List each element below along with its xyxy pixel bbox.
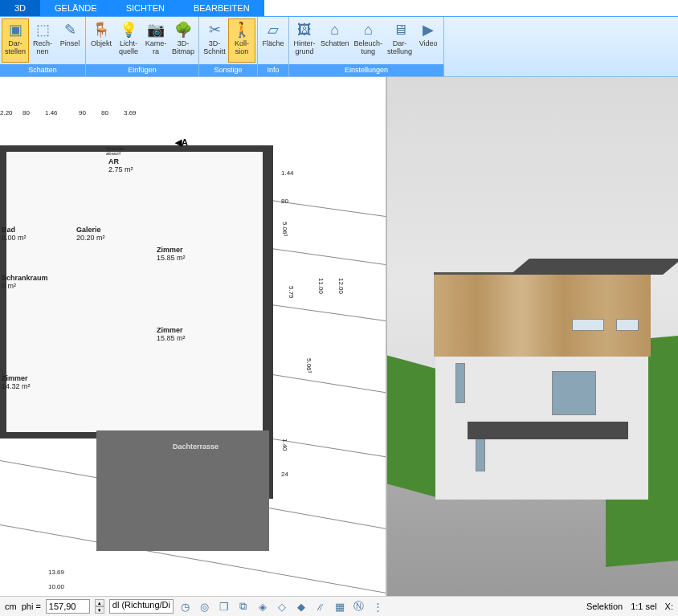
play-icon: ▶ — [419, 20, 438, 39]
brush-icon: ✎ — [60, 20, 80, 39]
group-label: Schatten — [0, 64, 85, 76]
screen-icon: 🖥 — [390, 20, 410, 39]
copy-icon[interactable]: ⧉ — [236, 599, 251, 614]
ribbon-group-einstellungen: 🖼Hinter- grund ⌂Schatten ⌂Beleuch- tung … — [289, 17, 444, 76]
dim-value: 10.00 — [48, 583, 64, 590]
direction-dropdown[interactable]: dl (Richtung/Di — [109, 599, 174, 614]
group-label: Einstellungen — [289, 64, 443, 76]
camera-icon: 📷 — [146, 20, 165, 39]
room-label: Bad8.00 m² — [2, 226, 27, 242]
ribbon-toolbar: ▣ Dar- stellen ⬚ Rech- nen ✎ Pinsel Scha… — [0, 17, 678, 77]
group-label: Info — [258, 64, 288, 76]
dim-value: 13.69 — [48, 569, 64, 576]
house-icon: ⌂ — [358, 20, 378, 39]
flaeche-button[interactable]: ▱Fläche — [259, 18, 287, 63]
room-label: AR2.75 m² — [108, 157, 133, 173]
dim-value: 12.00 — [337, 278, 345, 294]
parallel-icon[interactable]: ⫽ — [313, 599, 328, 614]
target-icon[interactable]: ◎ — [198, 599, 212, 614]
bulb-icon: 💡 — [119, 20, 138, 39]
dim-value: 1.46 — [45, 109, 79, 124]
dim-value: 2.20 — [0, 109, 22, 124]
room-label: Schrankraum0 m² — [2, 274, 48, 290]
snap1-icon[interactable]: ◈ — [255, 599, 270, 614]
section-marker: ◀A — [175, 137, 188, 148]
room-label: Zimmer14.32 m² — [2, 374, 31, 390]
group-label: Einfügen — [86, 64, 198, 76]
image-icon: 🖼 — [295, 20, 314, 39]
room-label: Wäsche- abwurf — [106, 146, 125, 156]
tree-icon: 🌳 — [174, 20, 193, 39]
kollision-button[interactable]: 🚶Koll- sion — [228, 18, 255, 63]
clock-icon[interactable]: ◷ — [178, 599, 193, 614]
dim-value: 11.00 — [317, 278, 325, 294]
room-label: Zimmer15.85 m² — [157, 326, 186, 342]
ribbon-group-einfuegen: 🪑Objekt 💡Licht- quelle 📷Kame- ra 🌳3D- Bi… — [86, 17, 199, 76]
dim-value: 80 — [281, 198, 288, 205]
north-icon[interactable]: Ⓝ — [352, 599, 366, 614]
ribbon-group-schatten: ▣ Dar- stellen ⬚ Rech- nen ✎ Pinsel Scha… — [0, 17, 86, 76]
dim-value: 24 — [281, 471, 288, 478]
dim-value: 3.69 — [124, 109, 305, 124]
cubes-icon: ⬚ — [33, 20, 52, 39]
phi-input[interactable] — [46, 599, 90, 614]
snap3-icon[interactable]: ◆ — [294, 599, 308, 614]
floorplan-viewport[interactable]: 2.20 80 1.46 90 80 3.69 1.44 80 5.06³ 5.… — [0, 77, 387, 596]
video-button[interactable]: ▶Video — [415, 18, 442, 63]
tab-sichten[interactable]: SICHTEN — [112, 0, 179, 16]
person-icon: 🚶 — [232, 20, 251, 39]
darstellung-button[interactable]: 🖥Dar- stellung — [385, 18, 415, 63]
dim-value: 1.40 — [281, 439, 288, 451]
rechnen-button[interactable]: ⬚ Rech- nen — [29, 18, 56, 63]
coord-label: X: — [665, 602, 673, 611]
chair-icon: 🪑 — [92, 20, 111, 39]
section-icon: ✂ — [205, 20, 224, 39]
schatten-settings-button[interactable]: ⌂Schatten — [318, 18, 352, 63]
objekt-button[interactable]: 🪑Objekt — [88, 18, 115, 63]
grid-icon[interactable]: ▦ — [333, 599, 347, 614]
kamera-button[interactable]: 📷Kame- ra — [142, 18, 170, 63]
pinsel-button[interactable]: ✎ Pinsel — [56, 18, 84, 63]
ribbon-group-info: ▱Fläche Info — [258, 17, 289, 76]
area-icon: ▱ — [263, 20, 283, 39]
dim-value: 5.75 — [288, 286, 295, 299]
room-label: Dachterrasse — [173, 443, 219, 451]
house-icon: ⌂ — [325, 20, 345, 39]
scale-label: 1:1 sel — [631, 602, 656, 611]
dim-value: 90 — [79, 109, 101, 124]
selection-label: Selektion — [586, 602, 623, 611]
phi-label: phi = — [22, 602, 41, 611]
tab-bearbeiten[interactable]: BEARBEITEN — [179, 0, 264, 16]
status-bar: cm phi = ▲▼ dl (Richtung/Di ◷ ◎ ❐ ⧉ ◈ ◇ … — [0, 596, 678, 616]
dim-value: 80 — [101, 109, 124, 124]
room-label: Galerie20.20 m² — [76, 226, 105, 242]
schnitt-button[interactable]: ✂3D- Schnitt — [201, 18, 228, 63]
darstellen-button[interactable]: ▣ Dar- stellen — [2, 18, 29, 63]
snap2-icon[interactable]: ◇ — [275, 599, 289, 614]
dim-value: 5.06³ — [305, 358, 312, 373]
bitmap-button[interactable]: 🌳3D- Bitmap — [170, 18, 197, 63]
group-label: Sonstige — [199, 64, 257, 76]
beleuchtung-button[interactable]: ⌂Beleuch- tung — [352, 18, 386, 63]
ribbon-group-sonstige: ✂3D- Schnitt 🚶Koll- sion Sonstige — [199, 17, 258, 76]
3d-viewport[interactable] — [387, 77, 678, 596]
phi-spinner[interactable]: ▲▼ — [95, 599, 104, 614]
unit-label: cm — [5, 602, 17, 611]
lichtquelle-button[interactable]: 💡Licht- quelle — [115, 18, 142, 63]
workspace: 2.20 80 1.46 90 80 3.69 1.44 80 5.06³ 5.… — [0, 77, 678, 596]
cube-icon: ▣ — [6, 20, 25, 39]
room-label: Zimmer15.85 m² — [157, 246, 186, 262]
dim-value: 80 — [22, 109, 45, 124]
hintergrund-button[interactable]: 🖼Hinter- grund — [291, 18, 318, 63]
tab-3d[interactable]: 3D — [0, 0, 40, 16]
layers-icon[interactable]: ❐ — [217, 599, 231, 614]
tab-gelaende[interactable]: GELÄNDE — [40, 0, 112, 16]
more-icon[interactable]: ⋮ — [371, 599, 386, 614]
dim-value: 1.44 — [281, 169, 294, 177]
main-tabs: 3D GELÄNDE SICHTEN BEARBEITEN — [0, 0, 678, 17]
dim-value: 5.06³ — [281, 222, 288, 236]
